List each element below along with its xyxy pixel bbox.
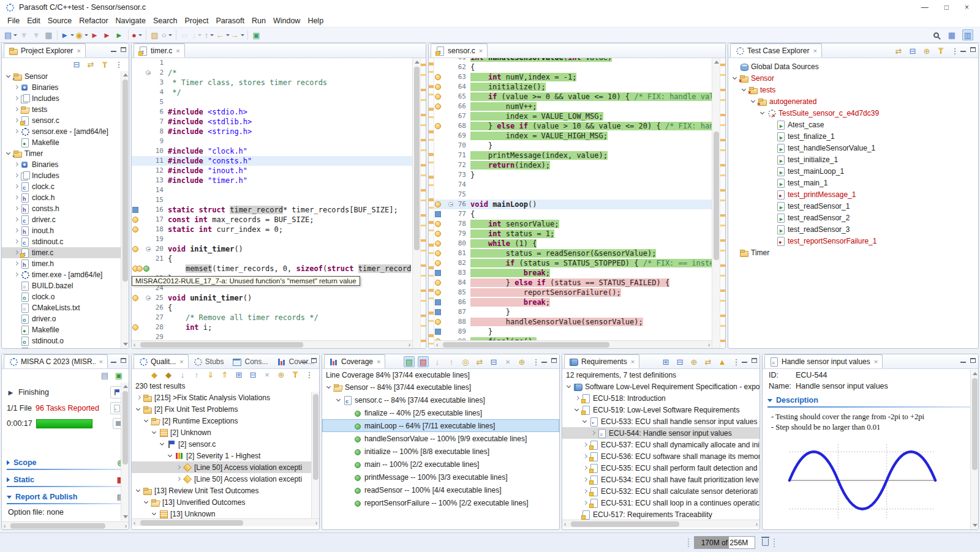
code-line[interactable]: 76void mainLoop() bbox=[434, 200, 712, 209]
code-line[interactable]: 85 reportSensorFailure(); bbox=[434, 288, 712, 297]
close-icon[interactable]: × bbox=[479, 47, 483, 54]
tree-item[interactable]: [13] Unverified Outcomes bbox=[132, 496, 319, 508]
next-task-button[interactable]: ↓ bbox=[177, 369, 188, 380]
expand-arrow-icon[interactable] bbox=[134, 393, 143, 402]
tree-item[interactable]: Software Low-Level Requirement Specifica… bbox=[562, 381, 760, 392]
task-marker-icon[interactable] bbox=[435, 94, 441, 100]
link-button[interactable]: ⊕ bbox=[516, 356, 527, 367]
new-wizard-button[interactable]: ▤ bbox=[4, 29, 17, 40]
code-line[interactable]: 26{ bbox=[132, 303, 412, 313]
tree-item[interactable]: ctimer.c bbox=[2, 247, 129, 258]
code-line[interactable]: 16static struct timer_record* timer_reco… bbox=[132, 205, 412, 215]
menu-project[interactable]: Project bbox=[181, 16, 213, 26]
dropdown-arrow-icon[interactable] bbox=[138, 34, 142, 36]
tree-item[interactable]: hinout.h bbox=[2, 225, 129, 236]
task-marker-icon[interactable] bbox=[435, 123, 441, 129]
close-button[interactable]: × bbox=[965, 3, 969, 12]
menu-file[interactable]: File bbox=[4, 16, 23, 26]
maximize-view-icon[interactable] bbox=[311, 358, 317, 363]
tree-item[interactable]: ×autogenerated bbox=[728, 95, 978, 107]
expand-all-button[interactable]: ⊞ bbox=[660, 356, 671, 367]
sync-button[interactable]: ⇄ bbox=[474, 356, 485, 367]
collapse-arrow-icon[interactable] bbox=[573, 406, 581, 414]
expand-arrow-icon[interactable] bbox=[12, 171, 20, 180]
tree-item[interactable]: ≡ECU-544: Handle sensor input values bbox=[562, 427, 760, 439]
tree-item[interactable]: [2] Unknown bbox=[132, 427, 319, 438]
menu-help[interactable]: Help bbox=[304, 16, 327, 26]
expand-arrow-icon[interactable] bbox=[12, 215, 20, 224]
tree-item[interactable]: ►test_readSensor_2 bbox=[728, 212, 978, 223]
test-all-button[interactable]: ► bbox=[114, 29, 125, 40]
fold-collapse-icon[interactable] bbox=[146, 247, 151, 252]
tree-item[interactable]: Includes bbox=[2, 93, 129, 104]
tree-item[interactable]: main -- 100% [2/2 executable lines] bbox=[322, 458, 559, 471]
code-line[interactable]: 69 index = VALUE_HIGH_MSG; bbox=[434, 131, 712, 141]
tree-item[interactable]: ▪ECU-532: ECU shall calculate sensor det… bbox=[562, 485, 760, 497]
expand-arrow-icon[interactable] bbox=[12, 160, 20, 169]
tree-item[interactable]: ▪ECU-534: ECU shall have fault prioritiz… bbox=[562, 474, 760, 485]
expand-arrow-icon[interactable] bbox=[581, 452, 589, 461]
expand-arrow-icon[interactable] bbox=[573, 394, 581, 403]
code-line[interactable]: 75 bbox=[434, 190, 712, 200]
code-line[interactable]: 1 bbox=[132, 58, 412, 68]
tree-item[interactable]: Binaries bbox=[2, 82, 129, 93]
expand-arrow-icon[interactable] bbox=[7, 477, 10, 482]
code-line[interactable]: 83 break; bbox=[434, 268, 712, 278]
code-line[interactable]: 68 } else if (value > 10 && value <= 20)… bbox=[434, 121, 712, 131]
code-line[interactable]: 29 bbox=[132, 332, 412, 340]
coverage-marker-icon[interactable] bbox=[435, 211, 441, 217]
maximize-button[interactable]: □ bbox=[944, 3, 949, 12]
collapse-arrow-icon[interactable] bbox=[731, 74, 739, 83]
collapse-all-button[interactable]: ⊟ bbox=[247, 369, 258, 380]
code-line[interactable]: 78 int sensorValue; bbox=[434, 219, 712, 229]
task-marker-icon[interactable] bbox=[132, 324, 138, 330]
expand-arrow-icon[interactable] bbox=[174, 475, 183, 483]
code-line[interactable]: 15 bbox=[132, 195, 412, 205]
code-line[interactable]: 9 bbox=[132, 136, 412, 146]
tree-item[interactable]: ×TestSuite_sensor_c_e4d7dc39 bbox=[728, 107, 978, 119]
code-line[interactable]: 70 } bbox=[434, 141, 712, 151]
code-line[interactable]: memset(timer_records, 0, sizeof(struct t… bbox=[132, 264, 412, 274]
tree-item[interactable]: odriver.o bbox=[2, 313, 129, 324]
task-marker-icon[interactable] bbox=[435, 280, 441, 286]
tree-item[interactable]: cdriver.c bbox=[2, 214, 129, 225]
tree-item[interactable]: ▪Sensor bbox=[2, 71, 129, 82]
overview-ruler[interactable] bbox=[720, 58, 725, 348]
collapse-arrow-icon[interactable] bbox=[134, 487, 143, 495]
expand-arrow-icon[interactable] bbox=[12, 193, 20, 202]
refresh-button[interactable]: ⇄ bbox=[893, 45, 904, 56]
tree-item[interactable]: [Line 50] Access violation excepti bbox=[132, 473, 319, 485]
collapse-arrow-icon[interactable] bbox=[334, 396, 343, 405]
tree-item[interactable]: [215] >Fix Static Analysis Violations bbox=[132, 392, 319, 403]
code-line[interactable]: 66 numV++; bbox=[434, 102, 712, 111]
collapse-arrow-icon[interactable] bbox=[565, 382, 573, 391]
filter-issues-button[interactable]: ▲ bbox=[717, 356, 728, 367]
tree-item[interactable]: Global Data Sources bbox=[728, 61, 978, 72]
tree-item[interactable]: handleSensorValue -- 100% [9/9 executabl… bbox=[322, 432, 559, 445]
tree-item[interactable]: [2] Runtime Exceptions bbox=[132, 415, 319, 427]
expand-all-button[interactable]: ⊞ bbox=[233, 369, 244, 380]
collapse-arrow-icon[interactable] bbox=[7, 496, 12, 499]
expand-arrow-icon[interactable] bbox=[581, 441, 589, 449]
fold-collapse-icon[interactable] bbox=[146, 296, 151, 300]
expand-arrow-icon[interactable] bbox=[581, 464, 589, 472]
tab-test-case-explorer[interactable]: Test Case Explorer× bbox=[730, 43, 822, 58]
tree-item[interactable]: Includes bbox=[2, 170, 129, 181]
tree-item[interactable]: Binaries bbox=[2, 159, 129, 170]
tree-item[interactable]: ►test_mainLoop_1 bbox=[728, 165, 978, 177]
scrollbar[interactable] bbox=[311, 392, 319, 518]
garbage-collect-icon[interactable] bbox=[762, 539, 769, 546]
maximize-view-icon[interactable] bbox=[970, 47, 976, 52]
tree-item[interactable]: csensor.c bbox=[2, 115, 129, 126]
code-line[interactable]: 64 initialize(); bbox=[434, 82, 712, 92]
report-button[interactable]: ▤ bbox=[99, 370, 110, 381]
move-up-button[interactable]: ⇑ bbox=[219, 369, 230, 380]
expand-arrow-icon[interactable] bbox=[12, 182, 20, 191]
minimize-view-icon[interactable] bbox=[111, 358, 116, 363]
collapse-arrow-icon[interactable] bbox=[134, 405, 143, 414]
expand-arrow-icon[interactable] bbox=[12, 204, 20, 213]
tree-item[interactable]: csensor.c -- 84% [37/44 executable lines… bbox=[322, 393, 559, 406]
fold-collapse-icon[interactable] bbox=[146, 70, 151, 75]
code-line[interactable]: 87 } bbox=[434, 307, 712, 317]
maximize-view-icon[interactable] bbox=[121, 47, 126, 52]
